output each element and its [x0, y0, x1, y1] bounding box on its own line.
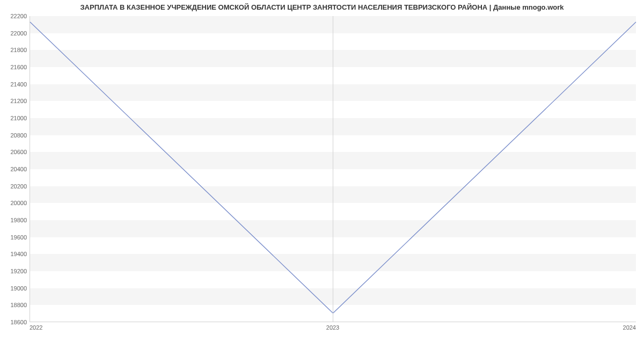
- chart-title: ЗАРПЛАТА В КАЗЕННОЕ УЧРЕЖДЕНИЕ ОМСКОЙ ОБ…: [0, 3, 644, 11]
- line-series: [30, 16, 636, 322]
- y-tick-label: 20400: [3, 166, 27, 172]
- x-tick-label: 2024: [623, 324, 636, 331]
- y-tick-label: 22000: [3, 30, 27, 37]
- y-tick-label: 21800: [3, 47, 27, 53]
- y-tick-label: 21200: [3, 98, 27, 104]
- y-tick-label: 19200: [3, 268, 27, 274]
- y-tick-label: 19400: [3, 251, 27, 257]
- y-tick-label: 20000: [3, 200, 27, 206]
- y-tick-label: 20200: [3, 183, 27, 190]
- y-tick-label: 20600: [3, 149, 27, 155]
- chart-container: ЗАРПЛАТА В КАЗЕННОЕ УЧРЕЖДЕНИЕ ОМСКОЙ ОБ…: [0, 0, 644, 349]
- x-tick-label: 2022: [30, 324, 42, 331]
- y-tick-label: 21400: [3, 81, 27, 88]
- y-tick-label: 22200: [3, 13, 27, 19]
- x-tick-label: 2023: [326, 324, 339, 331]
- y-tick-label: 18600: [3, 319, 27, 325]
- plot-area: [30, 16, 636, 322]
- y-tick-label: 18800: [3, 302, 27, 308]
- y-tick-label: 21600: [3, 64, 27, 70]
- y-tick-label: 20800: [3, 132, 27, 139]
- y-tick-label: 21000: [3, 115, 27, 121]
- y-tick-label: 19800: [3, 217, 27, 223]
- y-tick-label: 19600: [3, 234, 27, 241]
- y-tick-label: 19000: [3, 285, 27, 292]
